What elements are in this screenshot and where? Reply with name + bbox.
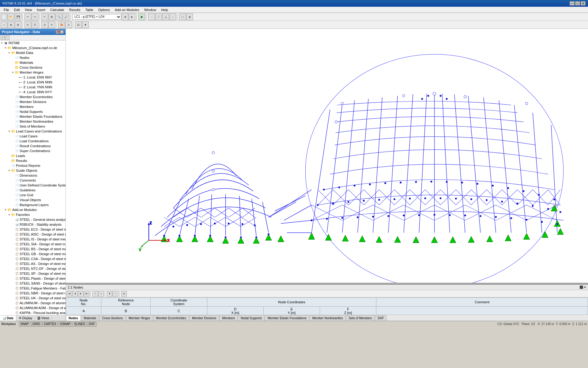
member-btn[interactable]: / <box>155 13 162 20</box>
tree-item-hinge2[interactable]: ⟵2: Local; ENN NNN <box>0 80 66 85</box>
tree-item-user-coord[interactable]: 📄User-Defined Coordinate Systems <box>0 183 66 188</box>
redo-btn[interactable]: ↪ <box>32 13 38 20</box>
tree-item-load-cases[interactable]: ▼📁Load Cases and Combinations <box>0 129 66 134</box>
tree-item-member-nonlinearities[interactable]: 📄Member Nonlinearities <box>0 119 66 124</box>
next-btn[interactable]: ► <box>129 13 135 20</box>
tab-member-hinges[interactable]: Member Hinges <box>126 315 153 321</box>
node-btn[interactable]: · <box>148 13 155 20</box>
table-last-btn[interactable]: ►| <box>84 291 89 297</box>
tree-arrow-model[interactable]: ▼ <box>7 52 11 54</box>
tab-dxf[interactable]: DXF <box>375 315 386 321</box>
tree-item-hinge3[interactable]: ⟵3: Local; YNN NNN <box>0 85 66 90</box>
dxf-btn[interactable]: DXF <box>87 322 96 327</box>
menu-options[interactable]: Options <box>96 7 112 12</box>
tree-arrow-guide-objects[interactable]: ▼ <box>7 169 11 172</box>
t2-btn2[interactable]: ⊕ <box>8 21 14 28</box>
load-combo-select[interactable]: LC1 - g (ETFE) + LO4 <box>72 14 121 20</box>
tree-item-load-combinations[interactable]: 📄Load Combinations <box>0 139 66 144</box>
menu-insert[interactable]: Insert <box>34 7 48 12</box>
tree-item-cross-sections[interactable]: 📁Cross-Sections <box>0 65 66 70</box>
nav-pin-btn[interactable]: 📌 <box>56 30 59 34</box>
tree-item-member-elastic-foundations[interactable]: 📄Member Elastic Foundations <box>0 114 66 119</box>
tree-item-member-divisions[interactable]: 📄Member Divisions <box>0 99 66 104</box>
tree-item-steel-hk[interactable]: 📋STEEL HK - Design of steel members › <box>0 296 66 301</box>
menu-calculate[interactable]: Calculate <box>48 7 67 12</box>
tree-item-nodes[interactable]: 📄Nodes <box>0 55 66 60</box>
t2-rotate-btn[interactable]: ↻ <box>24 21 31 28</box>
close-btn[interactable]: ✕ <box>581 1 586 6</box>
open-btn[interactable]: 📂 <box>8 13 14 20</box>
panel-close-btn[interactable]: ✕ <box>584 286 586 289</box>
menu-addon[interactable]: Add-on Modules <box>112 7 142 12</box>
menu-file[interactable]: File <box>1 7 12 12</box>
nav-tab-views[interactable]: 🖼 Views <box>35 316 52 321</box>
select-btn[interactable]: ↖ <box>41 13 48 20</box>
prev-btn[interactable]: ◄ <box>122 13 128 20</box>
tab-nodes[interactable]: Nodes <box>66 315 81 321</box>
t2-snap-btn[interactable]: ⊙ <box>41 21 48 28</box>
grid-btn[interactable]: GRID <box>31 322 42 327</box>
tab-nodal-supports[interactable]: Nodal Supports <box>238 315 265 321</box>
tree-arrow-project[interactable]: ▼ <box>4 47 7 49</box>
zoom-all-btn[interactable]: ⊞ <box>48 13 55 20</box>
tree-item-steel-csa[interactable]: 📋STEEL CSA - Design of steel membe› <box>0 256 66 261</box>
menu-results[interactable]: Results <box>67 7 83 12</box>
nav-expand-btn[interactable]: + <box>1 36 5 40</box>
tree-item-background-layers[interactable]: 📄Background Layers <box>0 202 66 207</box>
tree-item-printout-reports[interactable]: 📄Printout Reports <box>0 163 66 168</box>
tree-arrow-add-on-modules[interactable]: ▼ <box>4 209 7 211</box>
view3d-btn[interactable]: □ <box>179 13 186 20</box>
tree-arrow-member-hinges[interactable]: ▼ <box>11 71 15 74</box>
tree-item-steel-as[interactable]: 📋STEEL AS - Design of steel members › <box>0 261 66 266</box>
slines-btn[interactable]: SLINES <box>73 322 87 327</box>
tree-item-line-grid[interactable]: 📄Line Grid <box>0 193 66 197</box>
tree-item-steel-sans[interactable]: 📋STEEL SANS - Design of steel memb› <box>0 281 66 286</box>
support-btn[interactable]: △ <box>162 13 169 20</box>
load-btn[interactable]: ↓ <box>169 13 176 20</box>
menu-edit[interactable]: Edit <box>12 7 22 12</box>
nav-tab-data[interactable]: 📊 Data <box>0 316 16 321</box>
new-btn[interactable]: 📄 <box>1 13 7 20</box>
tree-item-loads[interactable]: 📁Loads <box>0 153 66 158</box>
tree-item-dimensions[interactable]: 📄Dimensions <box>0 173 66 178</box>
zoom-in-btn[interactable]: 🔍 <box>55 13 62 20</box>
window-controls[interactable]: ─ □ ✕ <box>570 1 586 6</box>
table-del-btn[interactable]: × <box>98 291 104 297</box>
table-prev-btn[interactable]: ◄ <box>72 291 78 297</box>
tree-item-kappa[interactable]: 📋KAPPA - Flexural buckling analysis › <box>0 310 66 315</box>
table-formula-btn[interactable]: ƒx <box>121 291 127 297</box>
tree-arrow-load-cases[interactable]: ▼ <box>7 130 11 133</box>
tree-item-comments[interactable]: 📄Comments <box>0 178 66 183</box>
tree-item-steel-is[interactable]: 📋STEEL IS - Design of steel members › <box>0 237 66 242</box>
save-btn[interactable]: 💾 <box>15 13 21 20</box>
tree-item-steel-sia[interactable]: 📋STEEL SIA - Design of steel member› <box>0 242 66 247</box>
tree-item-steel-fatigue[interactable]: 📋STEEL Fatigue Members - Fatigue de› <box>0 286 66 291</box>
tree-item-add-on-modules[interactable]: ▼📁Add-on Modules <box>0 207 66 212</box>
tree-item-steel-nbr[interactable]: 📋STEEL NBR - Design of steel membe› <box>0 291 66 296</box>
nav-close-btn[interactable]: ✕ <box>60 30 64 34</box>
tree-arrow-rstab[interactable]: ▼ <box>0 42 4 44</box>
t2-btn3[interactable]: ⊗ <box>15 21 21 28</box>
tree-item-favorites[interactable]: ▼📁Favorites <box>0 212 66 217</box>
tree-item-steel-ntc-df[interactable]: 📋STEEL NTC-DF - Design of steel me› <box>0 266 66 271</box>
tree-item-member-eccentricities[interactable]: 📄Member Eccentricities <box>0 94 66 99</box>
t2-grid-btn[interactable]: # <box>48 21 55 28</box>
nav-tab-display[interactable]: 👁 Display <box>16 316 35 321</box>
restore-btn[interactable]: □ <box>575 1 580 6</box>
tree-item-result-combinations[interactable]: 📄Result Combinations <box>0 144 66 148</box>
tree-item-steel-ec3[interactable]: 📋STEEL EC3 - Design of steel member› <box>0 227 66 232</box>
tree-item-guidelines[interactable]: 📄Guidelines <box>0 188 66 193</box>
table-filter-btn[interactable]: ▼ <box>107 291 112 297</box>
tree-arrow-favorites[interactable]: ▼ <box>7 213 11 216</box>
tab-member-elastic-foundations[interactable]: Member Elastic Foundations <box>265 315 309 321</box>
tree-item-rsbuck[interactable]: 📊RSBUCK - Stability analysis <box>0 222 66 227</box>
nav-collapse-btn[interactable]: - <box>5 36 9 40</box>
zoom-out-btn[interactable]: 🔎 <box>62 13 69 20</box>
tree-item-sets-of-members[interactable]: 📄Sets of Members <box>0 124 66 129</box>
tree-item-steel-gb[interactable]: 📋STEEL GB - Design of steel members › <box>0 251 66 256</box>
tree-item-member-hinges[interactable]: ▼📁Member Hinges <box>0 70 66 75</box>
run-btn[interactable]: ▶ <box>138 13 145 20</box>
menu-help[interactable]: Help <box>159 7 171 12</box>
table-first-btn[interactable]: |◄ <box>66 291 72 297</box>
3d-viewport[interactable]: X Z Y <box>66 29 588 283</box>
